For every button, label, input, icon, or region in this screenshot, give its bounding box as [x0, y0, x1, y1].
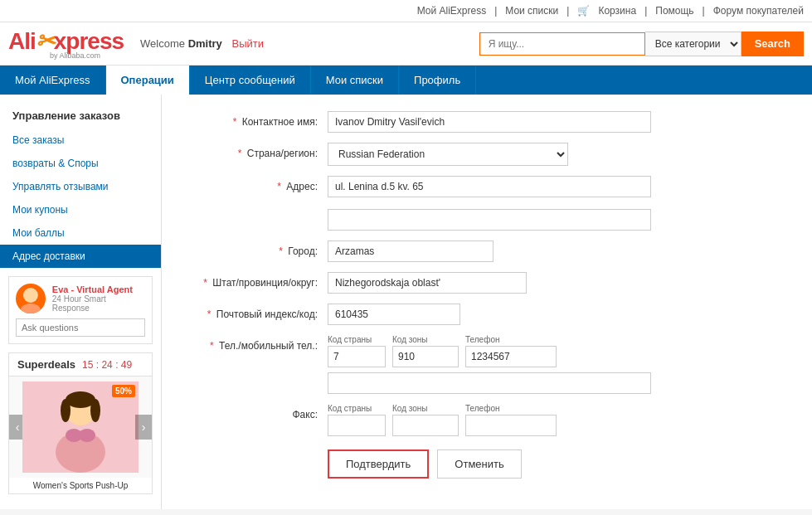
- top-nav-separator-3: |: [644, 5, 647, 17]
- contact-name-row: * Контактное имя:: [187, 111, 787, 133]
- top-nav-separator-2: |: [566, 5, 569, 17]
- tab-messages[interactable]: Центр сообщений: [190, 66, 311, 95]
- logout-link[interactable]: Выйти: [231, 37, 264, 50]
- top-navigation: Мой AliExpress | Мои списки | 🛒 Корзина …: [0, 0, 812, 22]
- top-nav-my-lists[interactable]: Мои списки: [505, 5, 558, 17]
- fax-number-group: Телефон: [465, 404, 557, 436]
- country-field: Russian Federation: [328, 143, 787, 166]
- city-field: [328, 240, 787, 262]
- tab-profile[interactable]: Профиль: [399, 66, 476, 95]
- required-star-zip: *: [207, 309, 212, 320]
- zip-label: * Почтовый индекс/код:: [187, 304, 328, 320]
- contact-name-label: * Контактное имя:: [187, 111, 328, 128]
- city-row: * Город:: [187, 240, 787, 262]
- top-nav-my-aliexpress[interactable]: Мой AliExpress: [417, 5, 487, 17]
- phone-country-code-input[interactable]: [328, 346, 386, 367]
- top-nav-help[interactable]: Помощь: [655, 5, 693, 17]
- required-star-state: *: [203, 277, 207, 289]
- fax-country-code-input[interactable]: [328, 415, 386, 436]
- agent-input[interactable]: [16, 318, 145, 337]
- zip-input[interactable]: [328, 304, 460, 325]
- svg-point-1: [21, 304, 41, 313]
- address-input-2[interactable]: [328, 209, 651, 231]
- sidebar-item-address[interactable]: Адрес доставки: [0, 245, 161, 268]
- required-star-country: *: [238, 148, 242, 159]
- sidebar-item-coupons[interactable]: Мои купоны: [0, 198, 161, 221]
- top-nav-cart[interactable]: Корзина: [598, 5, 636, 17]
- fax-field: Код страны Код зоны Телефон: [328, 404, 787, 436]
- fax-label: Факс:: [187, 404, 328, 420]
- top-nav-separator-4: |: [703, 5, 705, 17]
- phone-number-group: Телефон: [465, 335, 557, 367]
- discount-badge: 50%: [112, 385, 135, 397]
- phone-area-code-input[interactable]: [392, 346, 459, 367]
- zip-field: [328, 304, 787, 325]
- cancel-button[interactable]: Отменить: [437, 449, 521, 479]
- fax-number-label: Телефон: [465, 404, 557, 413]
- city-input[interactable]: [328, 240, 494, 262]
- phone-label: * Тел./мобильный тел.:: [187, 335, 328, 352]
- logo-express: xpress: [54, 28, 124, 54]
- content-wrapper: Управление заказов Все заказы возвраты &…: [0, 95, 812, 509]
- main-navigation: Мой AliExpress Операции Центр сообщений …: [0, 66, 812, 95]
- svg-point-0: [23, 288, 38, 303]
- address-row: * Адрес:: [187, 176, 787, 231]
- phone-number-input[interactable]: [465, 346, 557, 367]
- welcome-label: Welcome: [140, 37, 185, 50]
- area-code-group: Код зоны: [392, 335, 459, 367]
- sidebar: Управление заказов Все заказы возвраты &…: [0, 95, 162, 509]
- superdeals-title: Superdeals: [17, 358, 75, 371]
- superdeals-item-label: Women's Sports Push-Up: [9, 478, 152, 493]
- contact-name-field: [328, 111, 787, 133]
- confirm-button[interactable]: Подтвердить: [328, 449, 429, 479]
- superdeals-next-button[interactable]: ›: [135, 415, 152, 440]
- address-input-1[interactable]: [328, 176, 651, 197]
- country-select[interactable]: Russian Federation: [328, 143, 568, 166]
- main-content: * Контактное имя: * Страна/регион: Russi…: [162, 95, 812, 509]
- tab-my-aliexpress[interactable]: Мой AliExpress: [0, 66, 106, 95]
- category-select[interactable]: Все категории: [645, 32, 741, 56]
- state-field: [328, 272, 787, 294]
- area-code-label: Код зоны: [392, 335, 459, 344]
- fax-country-code-label: Код страны: [328, 404, 386, 413]
- superdeals-image: 50%: [22, 381, 139, 473]
- phone-number-label: Телефон: [465, 335, 557, 344]
- contact-name-input[interactable]: [328, 111, 651, 133]
- country-code-label: Код страны: [328, 335, 386, 344]
- agent-info: Eva - Virtual Agent 24 Hour Smart Respon…: [52, 284, 145, 313]
- fax-area-code-input[interactable]: [392, 415, 459, 436]
- required-star-address: *: [277, 181, 281, 192]
- required-star-city: *: [279, 245, 283, 257]
- address-field: [328, 176, 787, 231]
- sidebar-item-points[interactable]: Мои баллы: [0, 221, 161, 245]
- state-row: * Штат/провинция/округ:: [187, 272, 787, 294]
- tab-my-lists[interactable]: Мои списки: [311, 66, 399, 95]
- logo-sub: by Alibaba.com: [50, 51, 100, 60]
- phone-inputs-row: Код страны Код зоны Телефон: [328, 335, 787, 367]
- svg-point-7: [90, 399, 100, 422]
- agent-box: Eva - Virtual Agent 24 Hour Smart Respon…: [8, 276, 153, 344]
- header: Ali✂xpress by Alibaba.com Welcome Dmitry…: [0, 22, 812, 66]
- required-star-phone: *: [210, 340, 214, 352]
- sidebar-item-reviews[interactable]: Управлять отзывами: [0, 175, 161, 198]
- agent-header: Eva - Virtual Agent 24 Hour Smart Respon…: [16, 284, 145, 313]
- tab-operations[interactable]: Операции: [106, 66, 190, 95]
- country-code-group: Код страны: [328, 335, 386, 367]
- search-input[interactable]: [479, 32, 645, 56]
- username: Dmitry: [188, 37, 222, 50]
- top-nav-forum[interactable]: Форум покупателей: [713, 5, 804, 17]
- state-label: * Штат/провинция/округ:: [187, 272, 328, 289]
- top-nav-separator-1: |: [494, 5, 497, 17]
- fax-country-code-group: Код страны: [328, 404, 386, 436]
- search-button[interactable]: Search: [741, 32, 804, 56]
- fax-number-input[interactable]: [465, 415, 557, 436]
- phone-row: * Тел./мобильный тел.: Код страны Код зо…: [187, 335, 787, 394]
- logo-area: Ali✂xpress by Alibaba.com: [8, 27, 124, 60]
- agent-avatar: [16, 284, 46, 313]
- sidebar-item-all-orders[interactable]: Все заказы: [0, 129, 161, 152]
- sidebar-item-returns[interactable]: возвраты & Споры: [0, 152, 161, 175]
- superdeals-timer: 15 : 24 : 49: [82, 359, 132, 371]
- state-input[interactable]: [328, 272, 527, 294]
- country-row: * Страна/регион: Russian Federation: [187, 143, 787, 166]
- phone-extra-input[interactable]: [328, 372, 651, 394]
